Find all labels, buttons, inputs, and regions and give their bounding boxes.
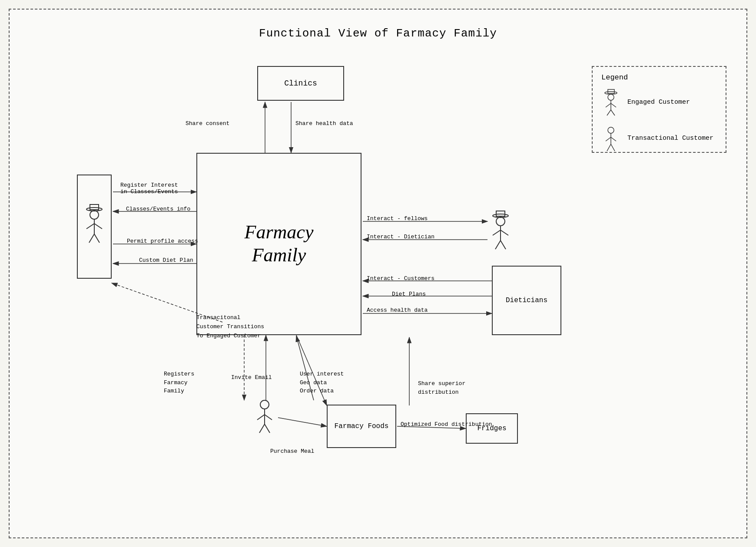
label-share-consent: Share consent: [186, 120, 229, 127]
svg-line-15: [501, 241, 506, 249]
legend-transactional-icon: [601, 124, 621, 152]
svg-line-21: [265, 424, 270, 433]
svg-line-20: [259, 424, 265, 433]
label-access-health-data: Access health data: [367, 307, 428, 313]
legend-box: Legend Engaged Customer: [592, 66, 726, 153]
label-user-interest: User interestGeo dataOrder data: [300, 370, 344, 395]
label-share-superior: Share superiordistribution: [418, 379, 465, 396]
svg-line-53: [278, 418, 327, 426]
label-registers-farmacy: RegistersFarmacyFamily: [164, 370, 194, 395]
dieticians-box: Dieticians: [492, 266, 561, 335]
label-interact-fellows: Interact - fellows: [367, 215, 428, 222]
label-interact-dietician: Interact - Dietician: [367, 234, 434, 240]
label-optimized-food: Optimized Food distribution: [401, 421, 492, 428]
svg-line-33: [611, 137, 616, 141]
svg-point-16: [260, 400, 269, 409]
label-classes-events: Classes/Events info: [126, 206, 190, 212]
svg-line-35: [611, 144, 615, 151]
farmacy-foods-box: Farmacy Foods: [327, 405, 396, 448]
svg-line-18: [257, 415, 265, 420]
page-title: Functional View of Farmacy Family: [259, 27, 497, 40]
label-share-health-data: Share health data: [295, 120, 353, 127]
svg-line-29: [611, 110, 615, 115]
svg-line-13: [501, 230, 508, 235]
svg-point-2: [90, 211, 99, 219]
svg-line-32: [606, 137, 611, 141]
label-diet-plans: Diet Plans: [392, 291, 426, 297]
label-interact-customers: Interact - Customers: [367, 275, 434, 282]
svg-point-10: [496, 217, 505, 226]
svg-line-14: [495, 241, 501, 249]
svg-point-30: [608, 127, 614, 133]
farmacy-family-title: FarmacyFamily: [245, 221, 314, 267]
legend-engaged-label: Engaged Customer: [627, 99, 690, 106]
svg-point-24: [608, 94, 614, 100]
legend-transactional-label: Transactional Customer: [627, 135, 713, 142]
svg-point-22: [605, 92, 617, 94]
fridges-box: Fridges: [466, 413, 518, 444]
legend-transactional: Transactional Customer: [601, 124, 717, 152]
label-invite-email: Invite Email: [231, 374, 272, 381]
right-engaged-figure: [487, 209, 514, 259]
legend-engaged-icon: [601, 88, 621, 116]
legend-engaged: Engaged Customer: [601, 88, 717, 116]
left-person-box: [77, 175, 112, 279]
svg-line-26: [606, 103, 611, 107]
legend-title: Legend: [601, 73, 717, 82]
label-transactional-transition: TransacitonalCustomer TransitionsTo Enga…: [196, 313, 264, 340]
svg-line-6: [89, 234, 94, 243]
svg-line-5: [94, 224, 102, 229]
label-purchase-meal: Purchase Meal: [270, 448, 314, 455]
svg-line-28: [607, 110, 611, 115]
clinics-box: Clinics: [257, 66, 344, 101]
svg-line-7: [94, 234, 99, 243]
label-permit-profile: Permit profile access: [127, 238, 198, 244]
transactional-customer-figure: [253, 398, 277, 444]
svg-line-4: [86, 224, 94, 229]
farmacy-family-box: FarmacyFamily: [196, 153, 361, 335]
svg-line-27: [611, 103, 616, 107]
svg-line-19: [265, 415, 272, 420]
label-custom-diet-plan: Custom Diet Plan: [139, 257, 193, 264]
label-register-interest: Register Interestin Classes/Events: [120, 182, 178, 195]
diagram-border: Functional View of Farmacy Family Clinic…: [9, 9, 747, 538]
engaged-customer-figure: [81, 203, 107, 250]
svg-line-34: [607, 144, 611, 151]
svg-line-12: [493, 230, 501, 235]
